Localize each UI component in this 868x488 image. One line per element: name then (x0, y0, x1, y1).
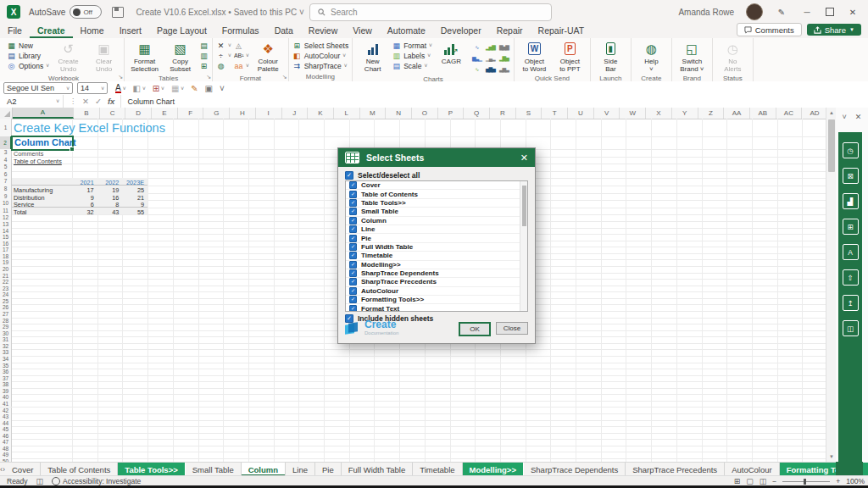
divide-icon-button[interactable]: ÷˅ (216, 51, 231, 60)
scale-button[interactable]: ▤Scale˅ (392, 61, 432, 70)
autosave-toggle[interactable]: AutoSave Off (29, 5, 102, 19)
library-books-icon[interactable]: ◫ (843, 320, 859, 336)
mini-bar-chart-icon[interactable]: ▆▃▁ (470, 53, 483, 64)
confirm-entry-icon[interactable]: ✓ (95, 97, 102, 106)
ribbon-tab-home[interactable]: Home (73, 24, 112, 38)
row-header-32[interactable]: 32 (0, 343, 12, 350)
select-all-corner[interactable] (0, 108, 13, 119)
sheet-list-item-formatting-tools[interactable]: ✓Formatting Tools>> (346, 296, 527, 304)
formula-bar-value[interactable]: Column Chart (121, 97, 175, 106)
formula-icon-button[interactable]: ◬ (234, 41, 249, 50)
sheet-tab-table-of-contents[interactable]: Table of Contents (41, 463, 118, 476)
selected-cell-a2[interactable] (11, 136, 74, 151)
row-header-18[interactable]: 18 (0, 253, 12, 260)
help-button[interactable]: ◍Help˅ (635, 40, 668, 74)
sheet-tab-table-tools[interactable]: Table Tools>> (118, 463, 185, 476)
cell-style-icon[interactable]: ▦˅ (171, 84, 184, 93)
format-selection-button[interactable]: ▦FormatSelection (128, 40, 161, 74)
mini-waterfall-icon[interactable]: ▁▄▂ (484, 53, 497, 64)
column-header-P[interactable]: P (438, 108, 465, 119)
sheet-list-item-timetable[interactable]: ✓Timetable (346, 252, 527, 260)
sheet-tab-full-width-table[interactable]: Full Width Table (342, 463, 413, 476)
sheet-list-item-column[interactable]: ✓Column (346, 217, 527, 225)
column-header-Z[interactable]: Z (698, 108, 725, 119)
sheet-list-item-table-tools[interactable]: ✓Table Tools>> (346, 199, 527, 208)
column-header-U[interactable]: U (568, 108, 594, 119)
sheet-list-item-cover[interactable]: ✓Cover (346, 181, 527, 190)
ribbon-tab-formulas[interactable]: Formulas (214, 24, 267, 38)
sheet-list-item-sharptrace-precedents[interactable]: ✓SharpTrace Precedents (346, 278, 527, 286)
mini-line-chart-icon[interactable]: ∿ (470, 42, 483, 53)
sheet-list-item-line[interactable]: ✓Line (346, 225, 527, 234)
row-header-20[interactable]: 20 (0, 266, 12, 273)
column-header-AA[interactable]: AA (724, 108, 750, 119)
copy-icon[interactable]: ▣ (205, 84, 213, 93)
dialog-list-scrollbar[interactable] (520, 181, 527, 311)
column-header-H[interactable]: H (230, 108, 256, 119)
row-header-42[interactable]: 42 (0, 408, 12, 414)
row-header-31[interactable]: 31 (0, 336, 12, 343)
ribbon-tab-repair[interactable]: Repair (489, 24, 531, 38)
row-header-46[interactable]: 46 (0, 433, 12, 440)
ribbon-tab-create[interactable]: Create (30, 24, 73, 38)
restore-button[interactable] (826, 8, 834, 16)
row-header-5[interactable]: 5 (0, 164, 12, 171)
cell-a4-link[interactable]: Table of Contents (14, 158, 62, 165)
row-header-22[interactable]: 22 (0, 279, 12, 286)
sheet-list-item-full-width-table[interactable]: ✓Full Width Table (346, 243, 527, 252)
row-header-35[interactable]: 35 (0, 363, 12, 369)
column-header-J[interactable]: J (282, 108, 309, 119)
bar-chart-icon[interactable]: ▟ (843, 193, 859, 209)
column-header-AD[interactable]: AD (802, 108, 826, 119)
row-header-37[interactable]: 37 (0, 375, 12, 382)
side-bar-button[interactable]: ▮SideBar (594, 40, 627, 74)
sheet-list[interactable]: ✓Cover✓Table of Contents✓Table Tools>>✓S… (345, 180, 528, 312)
wingdings-icon-button[interactable]: ◍ (216, 61, 231, 70)
vertical-scroll-thumb[interactable] (828, 119, 835, 172)
comments-button[interactable]: Comments (737, 23, 802, 36)
page-break-view-icon[interactable]: ◫ (760, 477, 767, 485)
accessibility-status[interactable]: Accessibility: Investigate (52, 477, 141, 485)
sheet-tab-modelling[interactable]: Modelling>> (463, 463, 524, 476)
row-header-49[interactable]: 49 (0, 452, 12, 458)
fill-color-icon[interactable]: ◧˅ (132, 84, 145, 93)
superscript-icon-button[interactable]: AB¹˅ (234, 51, 249, 60)
column-header-D[interactable]: D (125, 108, 152, 119)
copy-subset-button[interactable]: ▧CopySubset (164, 40, 197, 74)
row-header-26[interactable]: 26 (0, 304, 12, 311)
column-header-L[interactable]: L (334, 108, 360, 119)
options-button[interactable]: ◎Options˅ (7, 61, 49, 70)
sharptrace-button[interactable]: ⇉SharpTrace˅ (292, 61, 348, 70)
dialog-launcher-icon[interactable]: ↘ (282, 74, 287, 80)
close-dialog-button[interactable]: Close (496, 322, 528, 335)
font-color-icon[interactable]: A˅ (115, 84, 125, 93)
page-layout-view-icon[interactable]: ▢ (746, 477, 754, 485)
column-header-T[interactable]: T (542, 108, 568, 119)
multiply-icon-button[interactable]: ✕˅ (216, 41, 231, 50)
column-header-M[interactable]: M (360, 108, 387, 119)
row-header-28[interactable]: 28 (0, 318, 12, 324)
column-header-N[interactable]: N (386, 108, 412, 119)
sheet-list-item-format-text[interactable]: ✓Format Text (346, 304, 527, 312)
normal-view-icon[interactable]: ⊞ (734, 477, 741, 485)
zoom-in-icon[interactable]: + (836, 477, 840, 485)
zoom-out-icon[interactable]: − (772, 477, 776, 485)
mini-spark-chart-icon[interactable]: ∿ (470, 64, 483, 75)
search-input[interactable]: Search (309, 3, 552, 21)
sheet-list-item-pie[interactable]: ✓Pie (346, 234, 527, 242)
column-header-R[interactable]: R (490, 108, 516, 119)
zoom-slider-thumb[interactable] (804, 479, 806, 485)
sheet-tab-sharptrace-dependents[interactable]: SharpTrace Dependents (524, 463, 626, 476)
sheet-list-item-sharptrace-dependents[interactable]: ✓SharpTrace Dependents (346, 269, 527, 278)
row-header-21[interactable]: 21 (0, 273, 12, 280)
column-header-G[interactable]: G (203, 108, 230, 119)
row-header-23[interactable]: 23 (0, 286, 12, 292)
dialog-launcher-icon[interactable]: ↘ (118, 74, 123, 80)
close-button[interactable]: ✕ (846, 8, 860, 17)
dialog-scroll-thumb[interactable] (522, 186, 526, 226)
format-preview-icon[interactable]: A (843, 244, 859, 260)
ribbon-tab-page-layout[interactable]: Page Layout (149, 24, 214, 38)
row-header-30[interactable]: 30 (0, 330, 12, 337)
table-style-3-icon-button[interactable]: ⊞ (199, 61, 209, 70)
table-style-1-icon-button[interactable]: ▤ (199, 41, 209, 50)
